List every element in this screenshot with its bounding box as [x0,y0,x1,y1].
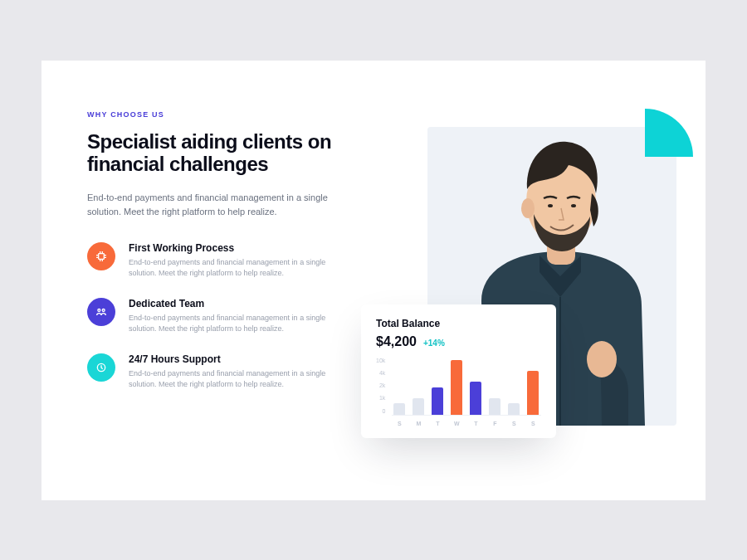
content-column: WHY CHOOSE US Specialist aiding clients … [87,110,369,500]
feature-title: Dedicated Team [129,298,336,309]
chart-bar [413,398,424,415]
chart-bar [393,403,405,414]
x-tick: M [413,421,424,426]
chart-bar [432,387,443,415]
subheading: End-to-end payments and financial manage… [87,191,328,219]
balance-delta: +14% [423,338,445,348]
svg-point-2 [102,309,105,311]
svg-point-7 [548,204,553,207]
feature-body: Dedicated Team End-to-end payments and f… [129,298,336,335]
team-icon [87,298,115,326]
y-tick: 10k [376,358,385,363]
chart-bar [489,398,500,415]
y-tick: 0 [382,408,385,414]
svg-rect-0 [99,253,105,259]
page-title: Specialist aiding clients on financial c… [87,130,369,176]
balance-widget: Total Balance $4,200 +14% 10k 4k 2k 1k 0… [361,304,556,438]
feature-body: 24/7 Hours Support End-to-end payments a… [129,353,336,391]
chart-bars [392,358,541,416]
chart-y-axis: 10k 4k 2k 1k 0 [376,358,385,416]
eyebrow-label: WHY CHOOSE US [87,110,369,119]
y-tick: 1k [379,395,385,401]
x-tick: S [508,421,520,426]
x-tick: T [470,421,481,426]
x-tick: T [432,421,443,426]
feature-title: First Working Process [129,242,336,254]
feature-item: 24/7 Hours Support End-to-end payments a… [87,353,369,391]
chart-bar [470,382,481,415]
feature-text: End-to-end payments and financial manage… [129,313,336,335]
chart-bars-column: SMTWTFSS [392,358,541,426]
feature-item: Dedicated Team End-to-end payments and f… [87,298,369,335]
y-tick: 2k [379,382,385,388]
feature-item: First Working Process End-to-end payment… [87,242,369,280]
balance-chart: 10k 4k 2k 1k 0 SMTWTFSS [376,358,541,426]
x-tick: W [451,421,462,426]
feature-body: First Working Process End-to-end payment… [129,242,336,280]
balance-title: Total Balance [376,318,541,329]
svg-point-9 [587,341,617,377]
svg-point-8 [571,204,576,207]
chart-bar [451,360,462,415]
support-icon [87,353,115,382]
hero-visual: Total Balance $4,200 +14% 10k 4k 2k 1k 0… [394,127,676,475]
chart-bar [508,403,520,414]
balance-amount: $4,200 [376,334,417,349]
chart-bar [527,371,539,415]
svg-point-1 [98,309,100,311]
svg-point-6 [521,198,535,218]
landing-section: WHY CHOOSE US Specialist aiding clients … [42,61,706,500]
x-tick: S [393,421,405,426]
feature-text: End-to-end payments and financial manage… [129,257,336,280]
chart-x-axis: SMTWTFSS [392,416,541,426]
balance-amount-row: $4,200 +14% [376,334,541,349]
x-tick: S [527,421,539,426]
x-tick: F [489,421,500,426]
y-tick: 4k [379,370,385,376]
chip-icon [87,242,115,270]
feature-title: 24/7 Hours Support [129,353,336,365]
feature-text: End-to-end payments and financial manage… [129,368,336,391]
